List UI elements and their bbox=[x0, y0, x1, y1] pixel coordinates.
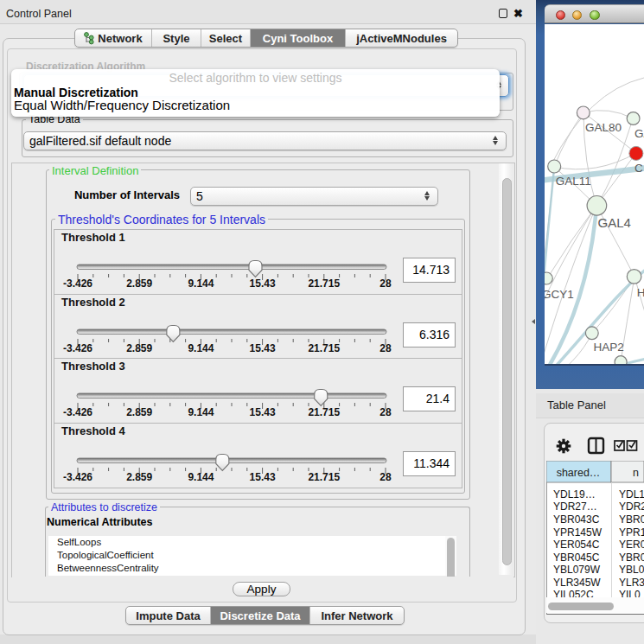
svg-text:shared…: shared… bbox=[557, 467, 601, 479]
svg-text:-3.426: -3.426 bbox=[63, 277, 92, 287]
svg-text:YBR0: YBR0 bbox=[619, 552, 644, 564]
svg-text:GCY1: GCY1 bbox=[545, 288, 574, 301]
svg-text:2.859: 2.859 bbox=[126, 342, 152, 352]
svg-text:GAL80: GAL80 bbox=[585, 121, 622, 134]
svg-text:YLR3: YLR3 bbox=[619, 577, 644, 589]
svg-text:YDL1: YDL1 bbox=[619, 488, 644, 501]
svg-text:HAP2: HAP2 bbox=[593, 341, 623, 354]
svg-text:21.715: 21.715 bbox=[308, 277, 340, 287]
svg-text:YBR0: YBR0 bbox=[619, 513, 644, 526]
svg-text:GAL4: GAL4 bbox=[598, 215, 631, 230]
svg-text:C: C bbox=[634, 162, 643, 175]
svg-text:YDR27…: YDR27… bbox=[553, 501, 597, 513]
svg-text:GA: GA bbox=[634, 127, 644, 140]
svg-text:9.144: 9.144 bbox=[188, 406, 214, 416]
svg-text:21.715: 21.715 bbox=[308, 471, 340, 481]
svg-text:YPR145W: YPR145W bbox=[553, 526, 603, 539]
svg-text:9.144: 9.144 bbox=[188, 277, 214, 287]
svg-text:2.859: 2.859 bbox=[126, 406, 152, 416]
svg-text:YLR345W: YLR345W bbox=[553, 577, 601, 589]
svg-text:-3.426: -3.426 bbox=[63, 406, 92, 416]
svg-text:9.144: 9.144 bbox=[188, 471, 214, 481]
svg-text:28: 28 bbox=[379, 277, 392, 287]
svg-text:YER0: YER0 bbox=[619, 539, 644, 551]
svg-text:28: 28 bbox=[379, 406, 392, 416]
svg-text:n: n bbox=[633, 467, 639, 479]
svg-text:-3.426: -3.426 bbox=[63, 471, 92, 481]
svg-text:YBL0: YBL0 bbox=[619, 564, 644, 576]
svg-text:2.859: 2.859 bbox=[126, 471, 152, 481]
svg-text:YDL19…: YDL19… bbox=[553, 488, 596, 501]
svg-text:15.43: 15.43 bbox=[250, 342, 276, 352]
svg-text:YDR2: YDR2 bbox=[619, 501, 644, 513]
svg-text:15.43: 15.43 bbox=[250, 406, 276, 416]
svg-text:H: H bbox=[637, 286, 644, 299]
svg-text:GAL11: GAL11 bbox=[556, 175, 591, 188]
svg-text:15.43: 15.43 bbox=[250, 471, 276, 481]
svg-text:9.144: 9.144 bbox=[188, 342, 214, 352]
svg-text:-3.426: -3.426 bbox=[63, 342, 92, 352]
svg-text:21.715: 21.715 bbox=[308, 406, 340, 416]
svg-text:YPR1: YPR1 bbox=[619, 526, 644, 539]
svg-text:YBR045C: YBR045C bbox=[553, 552, 600, 564]
svg-text:YBL079W: YBL079W bbox=[553, 564, 601, 576]
svg-text:YER054C: YER054C bbox=[553, 539, 600, 551]
svg-text:21.715: 21.715 bbox=[308, 342, 340, 352]
svg-text:2.859: 2.859 bbox=[126, 277, 152, 287]
svg-text:YBR043C: YBR043C bbox=[553, 513, 600, 526]
svg-text:28: 28 bbox=[379, 342, 392, 352]
svg-text:15.43: 15.43 bbox=[250, 277, 276, 287]
svg-text:28: 28 bbox=[379, 471, 392, 481]
